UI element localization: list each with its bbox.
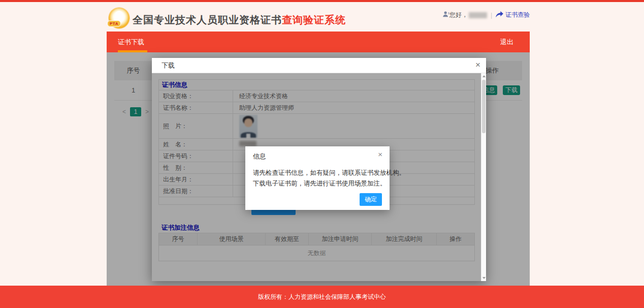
page-title: 全国专业技术人员职业资格证书查询验证系统 <box>133 13 346 27</box>
logo-pta-label: PTA <box>107 20 121 27</box>
footer: 版权所有：人力资源和社会保障部人事考试中心 <box>0 286 644 308</box>
info-modal-close-icon[interactable]: × <box>378 150 382 159</box>
modal-scrollbar[interactable] <box>481 73 486 281</box>
page-title-red: 查询验证系统 <box>282 14 346 25</box>
download-modal-header: 下载 × <box>152 58 486 73</box>
page-title-black: 全国专业技术人员职业资格证书 <box>133 14 282 25</box>
info-modal: 信息 × 请先检查证书信息，如有疑问，请联系证书发放机构。 下载电子证书前，请先… <box>245 146 390 210</box>
share-arrow-icon <box>496 11 503 19</box>
top-accent-bar <box>0 0 644 2</box>
verify-link[interactable]: 证书查验 <box>505 11 530 19</box>
scroll-up-icon[interactable] <box>482 75 486 77</box>
pta-logo-icon: PTA <box>109 8 130 28</box>
username-redacted <box>469 12 487 18</box>
confirm-button[interactable]: 确定 <box>360 193 382 206</box>
download-modal-title: 下载 <box>162 61 175 69</box>
message-line-1: 请先检查证书信息，如有疑问，请联系证书发放机构。 <box>253 168 405 178</box>
person-icon <box>442 11 449 19</box>
footer-copyright: 版权所有：人力资源和社会保障部人事考试中心 <box>258 293 386 300</box>
tab-cert-download[interactable]: 证书下载 <box>118 32 144 52</box>
info-modal-message: 请先检查证书信息，如有疑问，请联系证书发放机构。 下载电子证书前，请先进行证书使… <box>253 168 405 189</box>
separator: | <box>491 12 492 19</box>
navbar: 证书下载 退出 <box>107 32 530 52</box>
message-line-2: 下载电子证书前，请先进行证书使用场景加注。 <box>253 178 405 189</box>
scroll-down-icon[interactable] <box>482 277 486 279</box>
download-modal-close-icon[interactable]: × <box>475 60 480 70</box>
greeting-text: 您好， <box>449 11 468 19</box>
info-modal-title: 信息 <box>253 152 266 161</box>
logout-button[interactable]: 退出 <box>500 32 513 52</box>
user-bar: 您好， | 证书查验 <box>442 11 530 19</box>
scrollbar-thumb[interactable] <box>482 80 486 133</box>
